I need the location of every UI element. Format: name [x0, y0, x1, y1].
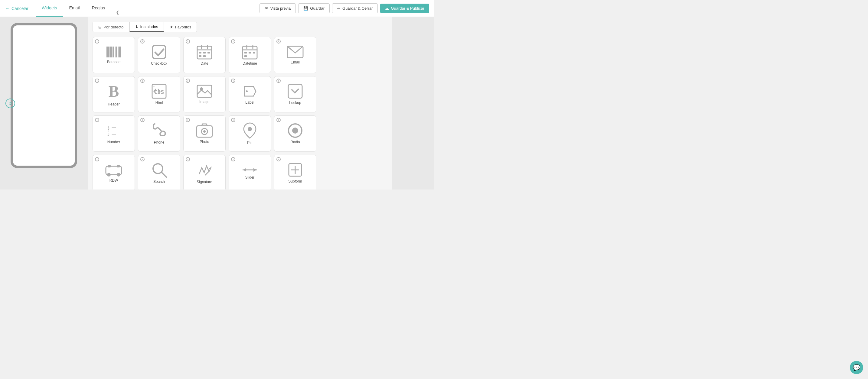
info-icon[interactable]: i	[231, 118, 235, 122]
widget-email[interactable]: i Email	[274, 37, 316, 73]
widget-number[interactable]: i 1 ——2 ——3 —— Number	[93, 115, 135, 152]
topbar: Cancelar Widgets Email Reglas ❮ 👁 Vista …	[0, 0, 434, 17]
info-icon[interactable]: i	[276, 78, 281, 83]
svg-rect-15	[203, 52, 206, 54]
widget-image[interactable]: i Image	[183, 76, 226, 112]
html-icon: CSS	[152, 84, 167, 99]
widget-label: Datetime	[243, 61, 257, 66]
svg-rect-0	[106, 46, 108, 58]
info-icon[interactable]: i	[186, 157, 190, 161]
svg-point-41	[248, 127, 252, 131]
collapse-button[interactable]: ❮	[114, 8, 122, 16]
info-icon[interactable]: i	[276, 118, 281, 122]
widget-label: Image	[199, 100, 209, 104]
save-publish-button[interactable]: ☁ Guardar & Publicar	[380, 4, 429, 13]
svg-rect-16	[208, 52, 210, 54]
info-icon[interactable]: i	[276, 157, 281, 161]
svg-rect-7	[118, 46, 119, 58]
widget-panel: ⊞ Por defecto ⬇ Instalados ★ Favoritos i…	[88, 17, 392, 190]
panel-tab-favoritos[interactable]: ★ Favoritos	[164, 22, 197, 32]
svg-rect-45	[108, 165, 111, 167]
widget-barcode[interactable]: i Barcode	[93, 37, 135, 73]
info-icon[interactable]: i	[95, 78, 99, 83]
info-icon[interactable]: i	[186, 78, 190, 83]
label-icon	[243, 84, 257, 99]
preview-button[interactable]: 👁 Vista previa	[259, 3, 296, 13]
widget-html[interactable]: i CSS Html	[138, 76, 180, 112]
search-icon	[151, 162, 167, 178]
checkbox-icon	[152, 44, 167, 60]
info-icon[interactable]: i	[186, 39, 190, 43]
panel-tab-instalados[interactable]: ⬇ Instalados	[129, 22, 164, 32]
slider-icon	[241, 166, 258, 173]
widget-checkbox[interactable]: i Checkbox	[138, 37, 180, 73]
widget-datetime[interactable]: i Datetime	[229, 37, 271, 73]
widget-radio[interactable]: i Radio	[274, 115, 316, 152]
widget-subform[interactable]: i Subform	[274, 155, 316, 190]
svg-point-33	[246, 90, 248, 92]
widget-phone[interactable]: i Phone	[138, 115, 180, 152]
svg-rect-14	[199, 52, 202, 54]
back-button[interactable]: ↺	[5, 99, 15, 108]
subform-icon	[288, 162, 303, 177]
widget-date[interactable]: i Date	[183, 37, 226, 73]
svg-rect-26	[244, 55, 247, 57]
info-icon[interactable]: i	[231, 39, 235, 43]
tab-reglas[interactable]: Reglas	[86, 0, 111, 16]
info-icon[interactable]: i	[95, 118, 99, 122]
info-icon[interactable]: i	[186, 118, 190, 122]
widget-label: Barcode	[107, 60, 121, 64]
svg-marker-53	[253, 168, 256, 172]
info-icon[interactable]: i	[140, 118, 145, 122]
svg-point-48	[117, 173, 120, 176]
star-icon: ★	[170, 25, 173, 29]
widget-label: Html	[155, 101, 163, 105]
info-icon[interactable]: i	[276, 39, 281, 43]
panel-tab-list: ⊞ Por defecto ⬇ Instalados ★ Favoritos	[93, 22, 387, 32]
device-frame	[10, 23, 77, 168]
save-button[interactable]: 💾 Guardar	[298, 3, 330, 13]
save-close-button[interactable]: ↩ Guardar & Cerrar	[332, 3, 378, 13]
info-icon[interactable]: i	[95, 39, 99, 43]
svg-rect-34	[288, 84, 302, 98]
grid-icon: ⊞	[98, 25, 102, 29]
info-icon[interactable]: i	[140, 78, 145, 83]
widget-header[interactable]: i B Header	[93, 76, 135, 112]
save-close-icon: ↩	[337, 6, 341, 10]
main-area: ↺ ⊞ Por defecto ⬇ Instalados ★ Favoritos	[0, 17, 434, 190]
panel-tab-por-defecto[interactable]: ⊞ Por defecto	[93, 22, 129, 32]
svg-rect-2	[110, 46, 111, 58]
info-icon[interactable]: i	[140, 157, 145, 161]
number-icon: 1 ——2 ——3 ——	[106, 123, 121, 138]
topbar-right: 👁 Vista previa 💾 Guardar ↩ Guardar & Cer…	[259, 3, 429, 13]
svg-rect-17	[199, 55, 202, 57]
tab-email[interactable]: Email	[63, 0, 86, 16]
info-icon[interactable]: i	[231, 78, 235, 83]
widget-slider[interactable]: i Slider	[229, 155, 271, 190]
widget-grid: i Barcode i Checkbox i Date	[93, 37, 387, 190]
widget-label: Email	[291, 60, 300, 64]
lookup-icon	[288, 84, 303, 99]
widget-label: Label	[245, 100, 254, 105]
widget-pin[interactable]: i Pin	[229, 115, 271, 152]
svg-rect-1	[108, 46, 109, 58]
widget-label: Radio	[290, 140, 300, 144]
tab-widgets[interactable]: Widgets	[36, 0, 63, 16]
info-icon[interactable]: i	[140, 39, 145, 43]
cancel-button[interactable]: Cancelar	[5, 6, 28, 11]
widget-label: Pin	[247, 141, 252, 145]
widget-photo[interactable]: i Photo	[183, 115, 226, 152]
svg-rect-6	[116, 46, 117, 58]
info-icon[interactable]: i	[231, 157, 235, 161]
save-icon: 💾	[303, 6, 308, 10]
main-tabs: Widgets Email Reglas ❮	[36, 0, 122, 16]
widget-label-item[interactable]: i Label	[229, 76, 271, 112]
image-icon	[196, 84, 212, 98]
widget-signature[interactable]: i Signature	[183, 155, 226, 190]
widget-rdw[interactable]: i RDW	[93, 155, 135, 190]
widget-search[interactable]: i Search	[138, 155, 180, 190]
cloud-icon: ☁	[385, 6, 389, 10]
info-icon[interactable]: i	[95, 157, 99, 161]
widget-lookup[interactable]: i Lookup	[274, 76, 316, 112]
widget-label: Signature	[196, 180, 212, 184]
